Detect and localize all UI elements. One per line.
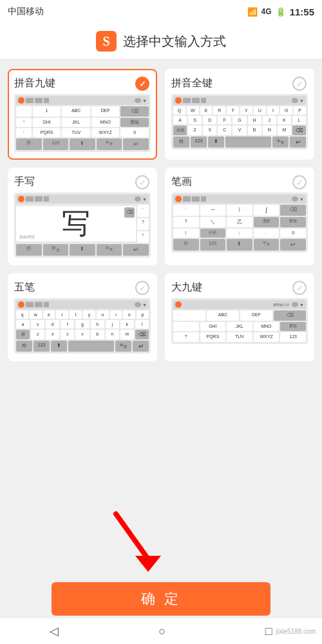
watermark: jixie5188.com	[276, 628, 316, 635]
svg-marker-3	[135, 556, 161, 572]
page-title: 选择中文输入方式	[123, 33, 226, 50]
kb-preview-pinyin9: ▼ ' 1 ABC DEF ⌫ ? GHI JKL MNO 重输	[14, 94, 151, 152]
sim-icon: 📶	[247, 7, 258, 17]
signal-type: 4G	[261, 7, 272, 16]
handwriting-char: 写	[62, 206, 90, 242]
kb-card-wubi[interactable]: 五笔 ▼ qwe rty uio p asd	[8, 273, 157, 361]
kb-title-stroke: 笔画	[171, 175, 308, 189]
kb-title-pinyinfull: 拼音全键	[171, 77, 308, 90]
battery-icon: 🔋	[276, 7, 286, 17]
kb-preview-handwriting: ▼ 写 自由书写 ⌫ · ? ! 符 半全 ⬆ 中英 ↵	[14, 193, 151, 258]
status-icons: 📶 4G 🔋 11:55	[247, 6, 314, 17]
kb-title-bignine: 大九键	[171, 281, 308, 294]
kb-preview-stroke: ▼ · — | ∫ ⌫ ? ＼ 乙 通配 重输 !	[171, 193, 308, 252]
nav-bar: ◁ ○ □ jixie5188.com	[0, 618, 322, 644]
header: S 选择中文输入方式	[0, 23, 322, 60]
kb-title-wubi: 五笔	[14, 281, 151, 294]
confirm-button[interactable]: 确 定	[52, 582, 270, 616]
recent-button[interactable]: □	[265, 625, 272, 638]
time-display: 11:55	[290, 6, 314, 17]
kb-card-stroke[interactable]: 笔画 ▼ · — | ∫ ⌫ ?	[165, 167, 314, 265]
arrow-indicator	[97, 507, 174, 574]
svg-line-2	[116, 514, 148, 559]
kb-title-handwriting: 手写	[14, 175, 151, 189]
home-button[interactable]: ○	[158, 625, 166, 638]
kb-preview-wubi: ▼ qwe rty uio p asd fgh jkl 拼 zxc vbn	[14, 298, 151, 354]
kb-card-pinyinfull[interactable]: 拼音全键 ▼ QWE RTY UIO P ASD	[165, 69, 314, 160]
back-button[interactable]: ◁	[50, 624, 59, 638]
check-pinyinfull	[292, 77, 307, 91]
carrier-label: 中国移动	[8, 6, 44, 17]
confirm-button-container: 确 定	[0, 580, 322, 618]
kb-card-handwriting[interactable]: 手写 ▼ 写 自由书写 ⌫ · ? !	[8, 167, 157, 265]
status-bar: 中国移动 📶 4G 🔋 11:55	[0, 0, 322, 23]
kb-preview-bignine: 搜狗输入法 ▼ ABC DEF ⌫ · GHI JKL MNO 重输	[171, 298, 308, 343]
svg-text:S: S	[102, 34, 109, 48]
keyboard-grid: 拼音九键 ▼ ' 1 ABC DEF ⌫	[0, 60, 322, 370]
kb-card-bignine[interactable]: 大九键 搜狗输入法 ▼ ABC DEF ⌫ · GHI	[165, 273, 314, 361]
app-logo-icon: S	[96, 31, 117, 52]
kb-card-pinyin9[interactable]: 拼音九键 ▼ ' 1 ABC DEF ⌫	[8, 69, 157, 160]
check-pinyin9	[135, 77, 149, 91]
kb-preview-pinyinfull: ▼ QWE RTY UIO P ASD FGH JKL 分词 ZXC VBN	[171, 94, 308, 149]
kb-title-pinyin9: 拼音九键	[14, 77, 151, 90]
